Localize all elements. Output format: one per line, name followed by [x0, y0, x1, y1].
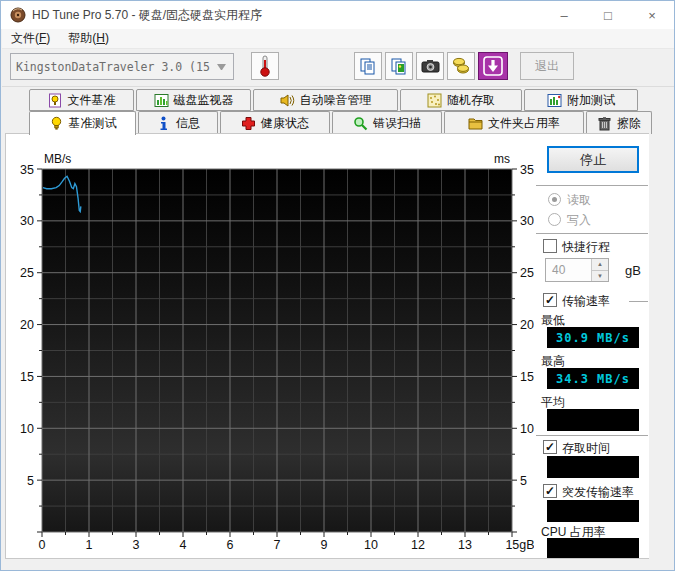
- tab-random-access[interactable]: 随机存取: [400, 89, 522, 111]
- benchmark-panel: 013467910121315gB35353030252520201515101…: [5, 133, 649, 559]
- minimize-button[interactable]: –: [542, 1, 586, 29]
- svg-text:13: 13: [458, 538, 472, 552]
- tab-label: 自动噪音管理: [300, 92, 372, 109]
- menu-help[interactable]: 帮助(H): [59, 28, 118, 49]
- disk-monitor-icon: [154, 93, 169, 108]
- svg-text:4: 4: [180, 538, 187, 552]
- tab-folder-usage[interactable]: 文件夹占用率: [444, 111, 584, 134]
- tab-health[interactable]: 健康状态: [220, 111, 330, 134]
- benchmark-chart: 013467910121315gB35353030252520201515101…: [14, 147, 542, 557]
- close-button[interactable]: ×: [630, 1, 674, 29]
- access-time-display: [547, 456, 639, 478]
- divider: [536, 185, 648, 186]
- download-active-icon: [483, 56, 503, 76]
- svg-text:20: 20: [20, 318, 34, 332]
- maximum-value-display: 34.3 MB/s: [547, 368, 639, 389]
- access-time-label: 存取时间: [562, 440, 610, 457]
- spinner-up-icon[interactable]: ▲: [592, 259, 608, 271]
- svg-text:1: 1: [86, 538, 93, 552]
- spinner-down-icon[interactable]: ▼: [592, 271, 608, 282]
- svg-text:15: 15: [20, 370, 34, 384]
- hd-tune-logo-icon: [10, 7, 26, 23]
- window-title: HD Tune Pro 5.70 - 硬盘/固态硬盘实用程序: [32, 7, 262, 24]
- copy-image-button[interactable]: [385, 52, 413, 80]
- tab-label: 错误扫描: [373, 115, 421, 132]
- cpu-usage-display: [547, 538, 639, 558]
- titlebar: HD Tune Pro 5.70 - 硬盘/固态硬盘实用程序 – □ ×: [1, 1, 674, 29]
- exit-button[interactable]: 退出: [520, 52, 574, 80]
- copy-text-button[interactable]: [354, 52, 382, 80]
- transfer-rate-checkbox[interactable]: [543, 293, 557, 307]
- tab-noise-management[interactable]: 自动噪音管理: [253, 89, 398, 111]
- svg-text:5: 5: [27, 474, 34, 488]
- svg-text:9: 9: [321, 538, 328, 552]
- drive-selector-value: KingstonDataTraveler 3.0 (15 gB): [11, 60, 217, 74]
- maximize-button[interactable]: □: [586, 1, 630, 29]
- svg-text:15: 15: [520, 370, 534, 384]
- svg-text:10: 10: [520, 422, 534, 436]
- tab-erase[interactable]: 擦除: [586, 111, 652, 134]
- svg-text:7: 7: [274, 538, 281, 552]
- tab-label: 附加测试: [567, 92, 615, 109]
- screenshot-button[interactable]: [416, 52, 444, 80]
- controls-panel: 停止 读取 写入 快捷行程 40 ▲ ▼ gB 传输速率 最低 30.9 MB/…: [534, 134, 649, 558]
- save-results-icon: [452, 57, 470, 75]
- tab-label: 健康状态: [261, 115, 309, 132]
- drive-selector[interactable]: KingstonDataTraveler 3.0 (15 gB): [10, 53, 234, 80]
- benchmark-icon: [49, 116, 64, 131]
- erase-icon: [597, 116, 612, 131]
- svg-text:ms: ms: [494, 152, 510, 166]
- toolbar: KingstonDataTraveler 3.0 (15 gB) -- ℃: [2, 49, 674, 87]
- svg-text:35: 35: [520, 163, 534, 177]
- tab-info[interactable]: 信息: [138, 111, 218, 134]
- burst-rate-display: [547, 500, 639, 522]
- tab-row-primary: 基准测试 信息 健康状态 错误扫描 文件夹占用率: [29, 111, 654, 134]
- file-benchmark-icon: [48, 93, 63, 108]
- svg-text:25: 25: [20, 266, 34, 280]
- menubar: 文件(F) 帮助(H): [2, 29, 674, 49]
- svg-text:MB/s: MB/s: [44, 152, 71, 166]
- temperature-button[interactable]: [251, 52, 279, 80]
- svg-text:10: 10: [20, 422, 34, 436]
- burst-rate-label: 突发传输速率: [562, 484, 634, 501]
- tab-error-scan[interactable]: 错误扫描: [332, 111, 442, 134]
- tab-disk-monitor[interactable]: 磁盘监视器: [136, 89, 251, 111]
- tab-label: 文件基准: [68, 92, 116, 109]
- thermometer-icon: [259, 55, 271, 77]
- copy-image-icon: [390, 57, 408, 75]
- error-scan-icon: [353, 116, 368, 131]
- svg-text:12: 12: [411, 538, 425, 552]
- svg-text:6: 6: [227, 538, 234, 552]
- download-button[interactable]: [478, 52, 508, 80]
- tab-extra-tests[interactable]: 附加测试: [524, 89, 638, 111]
- svg-text:30: 30: [20, 214, 34, 228]
- short-stroke-size-stepper[interactable]: 40 ▲ ▼: [545, 258, 609, 282]
- short-stroke-label: 快捷行程: [562, 239, 610, 256]
- write-radio-label: 写入: [567, 212, 591, 229]
- tab-benchmark[interactable]: 基准测试: [29, 111, 136, 135]
- folder-usage-icon: [468, 116, 483, 131]
- minimum-value-display: 30.9 MB/s: [547, 327, 639, 348]
- transfer-rate-label: 传输速率: [562, 293, 610, 310]
- hd-tune-window: { "window": { "title": "HD Tune Pro 5.70…: [0, 0, 675, 571]
- read-radio[interactable]: [548, 193, 561, 206]
- save-results-button[interactable]: [447, 52, 475, 80]
- write-radio[interactable]: [548, 213, 561, 226]
- svg-text:30: 30: [520, 214, 534, 228]
- access-time-checkbox[interactable]: [543, 440, 557, 454]
- menu-file[interactable]: 文件(F): [2, 28, 59, 49]
- short-stroke-checkbox[interactable]: [543, 239, 557, 253]
- svg-text:15gB: 15gB: [505, 538, 534, 552]
- burst-rate-checkbox[interactable]: [543, 484, 557, 498]
- tab-label: 文件夹占用率: [488, 115, 560, 132]
- short-stroke-size-value: 40: [546, 259, 591, 281]
- camera-icon: [421, 59, 440, 73]
- random-access-icon: [427, 93, 442, 108]
- svg-text:35: 35: [20, 163, 34, 177]
- tab-file-benchmark[interactable]: 文件基准: [29, 89, 134, 111]
- stop-button[interactable]: 停止: [547, 146, 639, 173]
- average-value-display: [547, 409, 639, 431]
- divider: [536, 435, 648, 436]
- svg-text:10: 10: [364, 538, 378, 552]
- tab-row-secondary: 文件基准 磁盘监视器 自动噪音管理 随机存取: [29, 89, 640, 111]
